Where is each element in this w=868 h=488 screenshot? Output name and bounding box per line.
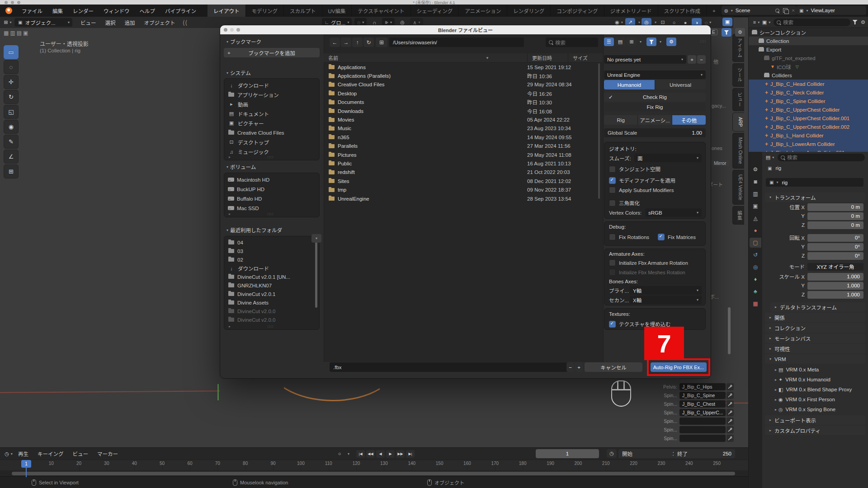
workspace-tab[interactable]: アニメーション bbox=[459, 5, 507, 17]
humanoid-button[interactable]: Humanoid bbox=[604, 80, 655, 89]
system-folder-item[interactable]: ▣ ピクチャー bbox=[224, 118, 319, 128]
volume-item[interactable]: Macintosh HD bbox=[224, 175, 319, 184]
system-folder-item[interactable]: アプリケーション bbox=[224, 90, 319, 99]
outliner-row[interactable]: Export bbox=[749, 45, 868, 54]
value-field[interactable]: 1.000 bbox=[807, 291, 863, 299]
column-date[interactable]: 更新日時 bbox=[527, 53, 552, 62]
check-rig-button[interactable]: ✓Check Rig bbox=[604, 93, 706, 102]
file-row[interactable]: Documents 昨日 10:30 bbox=[324, 98, 603, 107]
tool-button[interactable]: ◉ bbox=[4, 120, 19, 134]
eyedropper-icon[interactable] bbox=[726, 418, 734, 425]
filter-funnel-icon[interactable] bbox=[853, 20, 858, 24]
grid-icon[interactable]: ▤ bbox=[17, 30, 22, 36]
outliner-row[interactable]: + J_Bip_C_UpperChest Collider.001 bbox=[749, 114, 868, 122]
vrm-subpanel[interactable]: ▸ ▤ VRM 0.x Meta bbox=[763, 365, 867, 375]
play-icon[interactable]: ▶ bbox=[386, 450, 395, 458]
id-selector[interactable]: ▣▾ rig bbox=[766, 178, 863, 187]
eyedropper-icon[interactable] bbox=[726, 409, 734, 416]
file-row[interactable]: Sites 08 Dec 2021 12:02 bbox=[324, 177, 603, 185]
properties-tab-tool[interactable]: ⚙ bbox=[750, 164, 761, 174]
vrm-subpanel[interactable]: ▸ ◎ VRM 0.x Spring Bone bbox=[763, 404, 867, 414]
properties-tab-render[interactable]: ◙ bbox=[750, 177, 761, 187]
vrm-subpanel[interactable]: ▸ ✦ VRM 0.x Humanoid bbox=[763, 375, 867, 385]
workspace-tab[interactable]: + bbox=[707, 5, 722, 17]
frame-start-field[interactable]: 開始1 bbox=[618, 449, 679, 458]
timeline-menu-item[interactable]: マーカー bbox=[93, 450, 123, 457]
system-folder-item[interactable]: ↓ ダウンロード bbox=[224, 80, 319, 90]
file-search-input[interactable]: 検索 bbox=[546, 38, 598, 47]
outliner-row[interactable]: ▼ ICO球 ▽ bbox=[749, 62, 868, 71]
unlink-icon[interactable]: × bbox=[792, 8, 795, 13]
thumbnail-icon[interactable]: ⊞ bbox=[627, 38, 637, 46]
panel-header[interactable]: ▸可視性 bbox=[765, 344, 865, 353]
file-row[interactable]: Public 16 Aug 2021 10:13 bbox=[324, 159, 603, 168]
recent-folder-item[interactable]: DivineCut v2.0.1 [UN... bbox=[224, 272, 314, 281]
viewport-menu-item[interactable]: 追加 bbox=[120, 19, 140, 26]
timeline-menu-item[interactable]: ビュー bbox=[68, 450, 93, 457]
panel-header[interactable]: ▸カスタムプロパティ bbox=[765, 426, 865, 435]
column-name[interactable]: 名前 bbox=[328, 54, 338, 61]
mode-dropdown[interactable]: ▣ オブジェク...▾ bbox=[14, 18, 72, 27]
next-keyframe-icon[interactable]: ▶▶ bbox=[396, 450, 405, 458]
timeline-menu-item[interactable]: キーイング bbox=[33, 450, 68, 457]
workspace-tab[interactable]: レンダリング bbox=[507, 5, 551, 17]
recent-folder-item[interactable]: GNRZHLKN07 bbox=[224, 281, 314, 290]
value-field[interactable]: 0 m bbox=[807, 203, 863, 211]
copy-icon[interactable] bbox=[783, 8, 788, 13]
panel-header[interactable]: ▸モーションパス bbox=[765, 333, 865, 343]
tool-button[interactable]: ◌ bbox=[4, 60, 19, 74]
tool-button[interactable]: ⊞ bbox=[4, 164, 19, 178]
file-row[interactable]: tmp 09 Nov 2022 18:37 bbox=[324, 185, 603, 194]
playhead[interactable]: 1 bbox=[21, 460, 31, 468]
recent-collapse-button[interactable]: ▾ bbox=[311, 234, 321, 243]
triangulate-checkbox[interactable]: 三角面化 bbox=[609, 199, 640, 206]
panel-scrollbar[interactable] bbox=[728, 307, 731, 354]
sidebar-toggle-icon[interactable]: ▣ bbox=[722, 18, 732, 26]
properties-editor-icon[interactable]: ▤▾ bbox=[765, 153, 775, 162]
outliner-row[interactable]: + J_Bip_L_LowerArm Collider bbox=[749, 140, 868, 148]
global-scale-field[interactable]: Global Scale 1.00 bbox=[604, 128, 706, 137]
refresh-icon[interactable]: ↻ bbox=[363, 38, 374, 47]
sidebar-tab[interactable]: 編集 bbox=[732, 206, 744, 225]
decrement-button[interactable]: − bbox=[566, 362, 574, 372]
bone-field[interactable] bbox=[679, 418, 726, 425]
eyedropper-icon[interactable] bbox=[726, 383, 734, 390]
properties-tab-particles[interactable]: ♣ bbox=[750, 286, 761, 296]
value-field[interactable]: 1.000 bbox=[807, 273, 863, 281]
tangent-checkbox[interactable]: タンジェント空間 bbox=[609, 165, 660, 173]
value-field[interactable]: 0° bbox=[807, 243, 863, 251]
sidebar-tab[interactable]: ARP bbox=[732, 113, 744, 131]
file-row[interactable]: Parallels 27 Mar 2024 11:56 bbox=[324, 142, 603, 150]
collapse-menus-icon[interactable]: ⟨⟨ bbox=[183, 19, 188, 26]
recent-folder-item[interactable]: 03 bbox=[224, 247, 314, 255]
properties-tab-view-layer[interactable]: ▣ bbox=[750, 201, 761, 211]
smooth-dropdown[interactable]: 面▾ bbox=[634, 154, 702, 162]
vrm-subpanel[interactable]: ▸ ◧ VRM 0.x Blend Shape Proxy bbox=[763, 385, 867, 394]
properties-tab-material[interactable]: ▦ bbox=[750, 299, 761, 309]
tool-button[interactable]: ∠ bbox=[4, 150, 19, 164]
jump-start-icon[interactable]: |◀ bbox=[356, 450, 365, 458]
recent-folder-item[interactable]: Divine Assets bbox=[224, 298, 314, 307]
bone-field[interactable] bbox=[679, 435, 726, 442]
editor-type-icon[interactable]: ⊞▾ bbox=[3, 18, 13, 27]
viewport-menu-item[interactable]: オブジェクト bbox=[140, 19, 180, 26]
tool-button[interactable]: ▭ bbox=[4, 45, 19, 59]
outliner-row[interactable]: + J_Bip_C_UpperChest Collider bbox=[749, 105, 868, 114]
fix-matrices-checkbox[interactable]: Fix Matrices bbox=[658, 234, 696, 240]
recent-folder-item[interactable]: DivineCut v2.0.1 bbox=[224, 290, 314, 298]
file-list-scrollbar[interactable] bbox=[598, 63, 600, 199]
blender-logo-icon[interactable] bbox=[5, 7, 12, 14]
value-field[interactable]: 0 m bbox=[807, 221, 863, 229]
properties-tab-world[interactable]: ● bbox=[750, 225, 761, 235]
outliner-row[interactable]: glTF_not_exported bbox=[749, 54, 868, 62]
vertical-list-icon[interactable]: ☰ bbox=[604, 38, 614, 46]
init-meshes-checkbox[interactable]: Initialize Fbx Meshes Rotation bbox=[609, 269, 685, 276]
properties-search-input[interactable]: 検索 bbox=[778, 154, 865, 161]
jump-end-icon[interactable]: ▶| bbox=[406, 450, 415, 458]
workspace-tab[interactable]: レイアウト bbox=[208, 5, 246, 17]
auto-keying-icon[interactable]: ○ bbox=[335, 450, 344, 458]
viewport-menu-item[interactable]: ビュー bbox=[76, 19, 101, 26]
value-field[interactable]: 0° bbox=[807, 252, 863, 260]
vrm-subpanel[interactable]: ▸ ◉ VRM 0.x First Person bbox=[763, 394, 867, 404]
recent-folder-item[interactable]: 04 bbox=[224, 238, 314, 247]
